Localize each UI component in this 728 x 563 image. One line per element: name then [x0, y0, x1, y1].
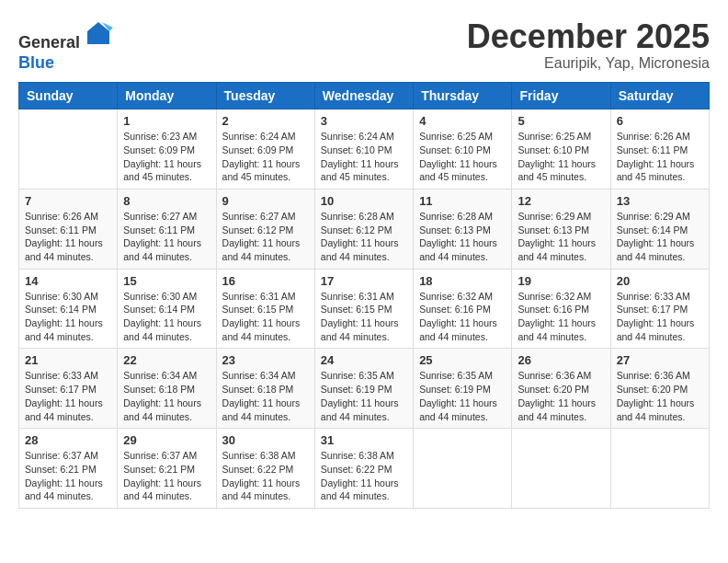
- week-row-2: 7Sunrise: 6:26 AM Sunset: 6:11 PM Daylig…: [19, 189, 710, 269]
- day-info: Sunrise: 6:25 AM Sunset: 6:10 PM Dayligh…: [419, 130, 506, 184]
- calendar-cell: 19Sunrise: 6:32 AM Sunset: 6:16 PM Dayli…: [512, 269, 610, 349]
- logo-blue: Blue: [18, 53, 54, 72]
- calendar-cell: 30Sunrise: 6:38 AM Sunset: 6:22 PM Dayli…: [216, 429, 314, 509]
- day-number: 26: [518, 353, 604, 367]
- day-info: Sunrise: 6:37 AM Sunset: 6:21 PM Dayligh…: [123, 449, 210, 503]
- day-number: 4: [419, 114, 506, 128]
- weekday-header-sunday: Sunday: [19, 83, 118, 109]
- day-number: 11: [419, 194, 506, 208]
- day-number: 13: [617, 194, 703, 208]
- day-number: 29: [123, 433, 210, 447]
- calendar-cell: 14Sunrise: 6:30 AM Sunset: 6:14 PM Dayli…: [19, 269, 118, 349]
- day-info: Sunrise: 6:28 AM Sunset: 6:12 PM Dayligh…: [321, 210, 407, 264]
- title-block: December 2025 Eauripik, Yap, Micronesia: [467, 18, 710, 72]
- calendar-cell: 31Sunrise: 6:38 AM Sunset: 6:22 PM Dayli…: [314, 429, 413, 509]
- day-number: 31: [321, 433, 407, 447]
- day-number: 22: [123, 353, 210, 367]
- calendar-cell: 9Sunrise: 6:27 AM Sunset: 6:12 PM Daylig…: [216, 189, 314, 269]
- day-info: Sunrise: 6:26 AM Sunset: 6:11 PM Dayligh…: [617, 130, 703, 184]
- calendar-cell: 22Sunrise: 6:34 AM Sunset: 6:18 PM Dayli…: [118, 349, 216, 429]
- day-number: 12: [518, 194, 604, 208]
- day-number: 23: [222, 353, 309, 367]
- day-number: 27: [617, 353, 703, 367]
- day-info: Sunrise: 6:30 AM Sunset: 6:14 PM Dayligh…: [25, 290, 111, 344]
- day-number: 30: [222, 433, 309, 447]
- logo: General Blue: [18, 18, 113, 73]
- calendar-cell: 12Sunrise: 6:29 AM Sunset: 6:13 PM Dayli…: [512, 189, 610, 269]
- day-info: Sunrise: 6:24 AM Sunset: 6:09 PM Dayligh…: [222, 130, 309, 184]
- calendar-cell: 3Sunrise: 6:24 AM Sunset: 6:10 PM Daylig…: [314, 109, 413, 190]
- calendar-cell: 16Sunrise: 6:31 AM Sunset: 6:15 PM Dayli…: [216, 269, 314, 349]
- calendar-cell: 18Sunrise: 6:32 AM Sunset: 6:16 PM Dayli…: [414, 269, 512, 349]
- day-info: Sunrise: 6:28 AM Sunset: 6:13 PM Dayligh…: [419, 210, 506, 264]
- day-info: Sunrise: 6:30 AM Sunset: 6:14 PM Dayligh…: [123, 290, 210, 344]
- day-number: 7: [25, 194, 111, 208]
- day-info: Sunrise: 6:31 AM Sunset: 6:15 PM Dayligh…: [321, 290, 407, 344]
- day-info: Sunrise: 6:33 AM Sunset: 6:17 PM Dayligh…: [617, 290, 703, 344]
- day-info: Sunrise: 6:36 AM Sunset: 6:20 PM Dayligh…: [617, 369, 703, 423]
- calendar-cell: [19, 109, 118, 190]
- calendar-cell: 10Sunrise: 6:28 AM Sunset: 6:12 PM Dayli…: [314, 189, 413, 269]
- day-info: Sunrise: 6:27 AM Sunset: 6:12 PM Dayligh…: [222, 210, 309, 264]
- calendar-cell: 5Sunrise: 6:25 AM Sunset: 6:10 PM Daylig…: [512, 109, 610, 190]
- day-info: Sunrise: 6:35 AM Sunset: 6:19 PM Dayligh…: [321, 369, 407, 423]
- weekday-header-row: SundayMondayTuesdayWednesdayThursdayFrid…: [19, 83, 710, 109]
- logo-general: General: [18, 33, 80, 52]
- day-info: Sunrise: 6:24 AM Sunset: 6:10 PM Dayligh…: [321, 130, 407, 184]
- calendar-cell: 13Sunrise: 6:29 AM Sunset: 6:14 PM Dayli…: [610, 189, 709, 269]
- day-number: 10: [321, 194, 407, 208]
- day-number: 24: [321, 353, 407, 367]
- day-number: 21: [25, 353, 111, 367]
- location: Eauripik, Yap, Micronesia: [467, 55, 710, 72]
- day-number: 9: [222, 194, 309, 208]
- day-number: 28: [25, 433, 111, 447]
- day-info: Sunrise: 6:23 AM Sunset: 6:09 PM Dayligh…: [123, 130, 210, 184]
- week-row-3: 14Sunrise: 6:30 AM Sunset: 6:14 PM Dayli…: [19, 269, 710, 349]
- weekday-header-thursday: Thursday: [414, 83, 512, 109]
- day-info: Sunrise: 6:34 AM Sunset: 6:18 PM Dayligh…: [222, 369, 309, 423]
- calendar-cell: 6Sunrise: 6:26 AM Sunset: 6:11 PM Daylig…: [610, 109, 709, 190]
- day-info: Sunrise: 6:33 AM Sunset: 6:17 PM Dayligh…: [25, 369, 111, 423]
- calendar-cell: 20Sunrise: 6:33 AM Sunset: 6:17 PM Dayli…: [610, 269, 709, 349]
- calendar-cell: 7Sunrise: 6:26 AM Sunset: 6:11 PM Daylig…: [19, 189, 118, 269]
- calendar-cell: 4Sunrise: 6:25 AM Sunset: 6:10 PM Daylig…: [414, 109, 512, 190]
- day-info: Sunrise: 6:29 AM Sunset: 6:13 PM Dayligh…: [518, 210, 604, 264]
- day-number: 20: [617, 274, 703, 288]
- day-info: Sunrise: 6:32 AM Sunset: 6:16 PM Dayligh…: [518, 290, 604, 344]
- day-number: 15: [123, 274, 210, 288]
- calendar-table: SundayMondayTuesdayWednesdayThursdayFrid…: [18, 82, 710, 509]
- week-row-1: 1Sunrise: 6:23 AM Sunset: 6:09 PM Daylig…: [19, 109, 710, 190]
- weekday-header-wednesday: Wednesday: [314, 83, 413, 109]
- page-header: General Blue December 2025 Eauripik, Yap…: [18, 18, 710, 73]
- calendar-cell: 25Sunrise: 6:35 AM Sunset: 6:19 PM Dayli…: [414, 349, 512, 429]
- day-number: 2: [222, 114, 309, 128]
- day-info: Sunrise: 6:25 AM Sunset: 6:10 PM Dayligh…: [518, 130, 604, 184]
- weekday-header-tuesday: Tuesday: [216, 83, 314, 109]
- week-row-5: 28Sunrise: 6:37 AM Sunset: 6:21 PM Dayli…: [19, 429, 710, 509]
- calendar-cell: 2Sunrise: 6:24 AM Sunset: 6:09 PM Daylig…: [216, 109, 314, 190]
- day-info: Sunrise: 6:26 AM Sunset: 6:11 PM Dayligh…: [25, 210, 111, 264]
- calendar-cell: 26Sunrise: 6:36 AM Sunset: 6:20 PM Dayli…: [512, 349, 610, 429]
- day-info: Sunrise: 6:27 AM Sunset: 6:11 PM Dayligh…: [123, 210, 210, 264]
- day-number: 5: [518, 114, 604, 128]
- calendar-cell: 1Sunrise: 6:23 AM Sunset: 6:09 PM Daylig…: [118, 109, 216, 190]
- day-info: Sunrise: 6:37 AM Sunset: 6:21 PM Dayligh…: [25, 449, 111, 503]
- calendar-cell: 15Sunrise: 6:30 AM Sunset: 6:14 PM Dayli…: [118, 269, 216, 349]
- day-info: Sunrise: 6:38 AM Sunset: 6:22 PM Dayligh…: [222, 449, 309, 503]
- day-number: 3: [321, 114, 407, 128]
- day-info: Sunrise: 6:38 AM Sunset: 6:22 PM Dayligh…: [321, 449, 407, 503]
- day-info: Sunrise: 6:29 AM Sunset: 6:14 PM Dayligh…: [617, 210, 703, 264]
- day-info: Sunrise: 6:34 AM Sunset: 6:18 PM Dayligh…: [123, 369, 210, 423]
- calendar-cell: 27Sunrise: 6:36 AM Sunset: 6:20 PM Dayli…: [610, 349, 709, 429]
- calendar-cell: 29Sunrise: 6:37 AM Sunset: 6:21 PM Dayli…: [118, 429, 216, 509]
- calendar-cell: [414, 429, 512, 509]
- day-info: Sunrise: 6:36 AM Sunset: 6:20 PM Dayligh…: [518, 369, 604, 423]
- calendar-cell: 24Sunrise: 6:35 AM Sunset: 6:19 PM Dayli…: [314, 349, 413, 429]
- logo-icon: [84, 18, 113, 48]
- calendar-cell: [512, 429, 610, 509]
- day-number: 1: [123, 114, 210, 128]
- calendar-cell: 28Sunrise: 6:37 AM Sunset: 6:21 PM Dayli…: [19, 429, 118, 509]
- weekday-header-saturday: Saturday: [610, 83, 709, 109]
- weekday-header-monday: Monday: [118, 83, 216, 109]
- weekday-header-friday: Friday: [512, 83, 610, 109]
